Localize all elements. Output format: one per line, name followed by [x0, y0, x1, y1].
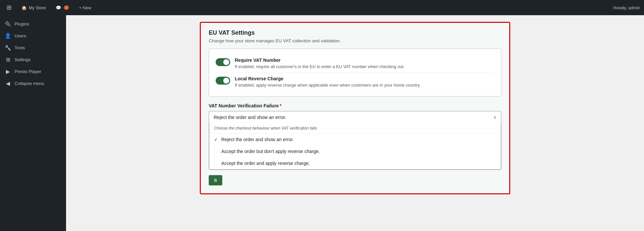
required-star: *	[280, 103, 281, 108]
tools-icon: 🔧	[5, 44, 11, 51]
local-reverse-charge-description: If enabled, apply reverse charge when ap…	[235, 83, 494, 88]
sidebar-item-plugins-label: Plugins	[15, 21, 29, 26]
vat-dropdown-menu: Choose the checkout behaviour when VAT v…	[209, 123, 501, 170]
sidebar-item-users[interactable]: 👤 Users	[0, 30, 66, 42]
vat-field-label: VAT Number Verification Failure*	[209, 103, 501, 108]
comment-icon: 💬	[56, 5, 61, 10]
admin-bar: ⊞ 🏠 My Store 💬 0 + New Howdy, admin	[0, 0, 644, 15]
dropdown-option-accept-charge-label: Accept the order and apply reverse charg…	[221, 161, 310, 166]
local-reverse-charge-text: Local Reverse Charge If enabled, apply r…	[235, 76, 494, 88]
require-vat-row: Require VAT Number If enabled, require a…	[216, 54, 494, 72]
card-header: EU VAT Settings Change how your store ma…	[201, 23, 509, 49]
comments-button[interactable]: 💬 0	[53, 4, 72, 12]
toggle-thumb	[223, 59, 229, 65]
sidebar-item-collapse-label: Collapse menu	[15, 81, 44, 86]
comment-count-badge: 0	[64, 5, 69, 10]
new-label: + New	[79, 5, 91, 10]
dropdown-option-accept-charge[interactable]: Accept the order and apply reverse charg…	[209, 157, 501, 169]
my-store-button[interactable]: 🏠 My Store	[19, 4, 49, 12]
admin-greeting: Howdy, admin	[613, 5, 640, 10]
sidebar-item-collapse-menu[interactable]: ◀ Collapse menu	[0, 77, 66, 89]
dropdown-option-reject-label: Reject the order and show an error.	[221, 137, 294, 142]
main-content: EU VAT Settings Change how your store ma…	[66, 15, 644, 231]
sidebar-item-tools[interactable]: 🔧 Tools	[0, 42, 66, 54]
collapse-icon: ◀	[5, 80, 11, 87]
checkmark-icon: ✓	[214, 137, 219, 142]
chevron-up-icon: ∧	[493, 115, 496, 120]
require-vat-description: If enabled, require all customer's in th…	[235, 64, 494, 69]
sidebar-item-tools-label: Tools	[15, 45, 25, 50]
sidebar-item-presto-player-label: Presto Player	[15, 69, 41, 74]
admin-bar-left: ⊞ 🏠 My Store 💬 0 + New	[4, 3, 608, 13]
wp-logo-button[interactable]: ⊞	[4, 3, 14, 13]
new-button[interactable]: + New	[76, 4, 94, 12]
sidebar: 🔌 Plugins 👤 Users 🔧 Tools ⊞ Settings ▶ P…	[0, 15, 66, 231]
vat-select-display[interactable]: Reject the order and show an error. ∧	[209, 111, 501, 123]
dropdown-option-accept-no-charge[interactable]: Accept the order but don't apply reverse…	[209, 145, 501, 157]
sidebar-item-users-label: Users	[15, 33, 26, 38]
vat-select-wrapper: Reject the order and show an error. ∧ Ch…	[209, 111, 501, 170]
lrc-toggle-thumb	[223, 78, 229, 84]
dropdown-option-reject[interactable]: ✓ Reject the order and show an error.	[209, 134, 501, 145]
require-vat-label: Require VAT Number	[235, 58, 494, 63]
users-icon: 👤	[5, 32, 11, 39]
sidebar-item-settings[interactable]: ⊞ Settings	[0, 54, 66, 65]
presto-player-icon: ▶	[5, 68, 11, 75]
card-body: Require VAT Number If enabled, require a…	[201, 49, 509, 193]
content-area: EU VAT Settings Change how your store ma…	[200, 22, 510, 224]
dropdown-option-accept-no-charge-label: Accept the order but don't apply reverse…	[221, 149, 320, 154]
local-reverse-charge-label: Local Reverse Charge	[235, 76, 494, 81]
require-vat-toggle[interactable]	[216, 58, 230, 66]
card-description: Change how your store manages EU VAT col…	[209, 38, 501, 43]
sidebar-item-presto-player[interactable]: ▶ Presto Player	[0, 65, 66, 77]
settings-icon: ⊞	[5, 56, 11, 63]
page-wrapper: 🔌 Plugins 👤 Users 🔧 Tools ⊞ Settings ▶ P…	[0, 15, 644, 231]
require-vat-text: Require VAT Number If enabled, require a…	[235, 58, 494, 69]
sidebar-item-settings-label: Settings	[15, 57, 31, 62]
local-reverse-charge-toggle[interactable]	[216, 77, 230, 85]
home-icon: 🏠	[21, 5, 27, 10]
greeting-label: Howdy, admin	[613, 5, 640, 10]
toggles-section: Require VAT Number If enabled, require a…	[209, 49, 501, 96]
sidebar-item-plugins[interactable]: 🔌 Plugins	[0, 18, 66, 30]
plugins-icon: 🔌	[5, 20, 11, 27]
eu-vat-settings-card: EU VAT Settings Change how your store ma…	[200, 22, 510, 194]
save-row: S	[209, 175, 501, 187]
vat-select-value: Reject the order and show an error.	[214, 115, 286, 120]
card-title: EU VAT Settings	[209, 29, 501, 36]
save-button[interactable]: S	[209, 175, 222, 185]
vat-field-section: VAT Number Verification Failure* Reject …	[209, 103, 501, 170]
local-reverse-charge-row: Local Reverse Charge If enabled, apply r…	[216, 72, 494, 91]
dropdown-hint: Choose the checkout behaviour when VAT v…	[209, 123, 501, 134]
store-name-label: My Store	[29, 5, 46, 10]
wp-logo-icon: ⊞	[7, 4, 12, 11]
